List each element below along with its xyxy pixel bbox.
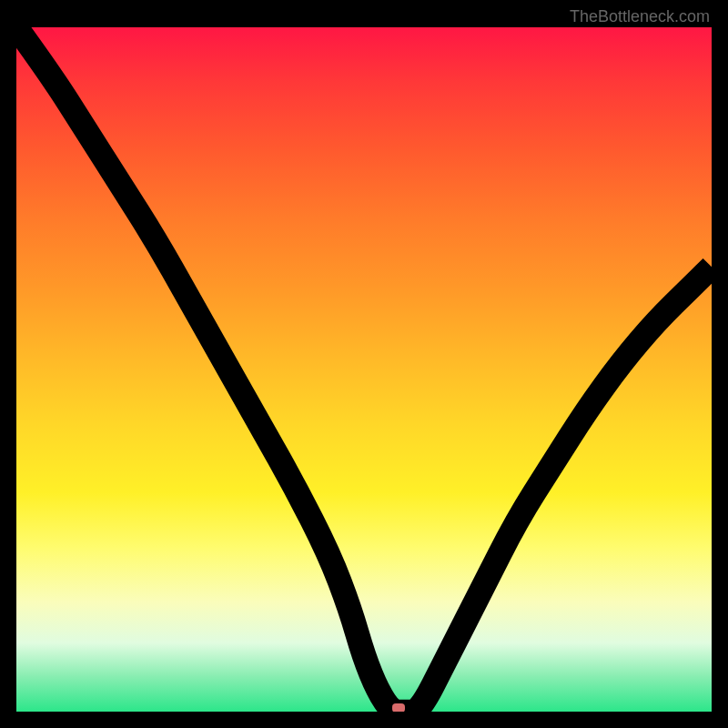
curve-minimum-marker <box>392 703 405 712</box>
bottleneck-curve <box>16 27 712 712</box>
chart-plot-area <box>16 27 712 712</box>
watermark: TheBottleneck.com <box>570 7 710 26</box>
